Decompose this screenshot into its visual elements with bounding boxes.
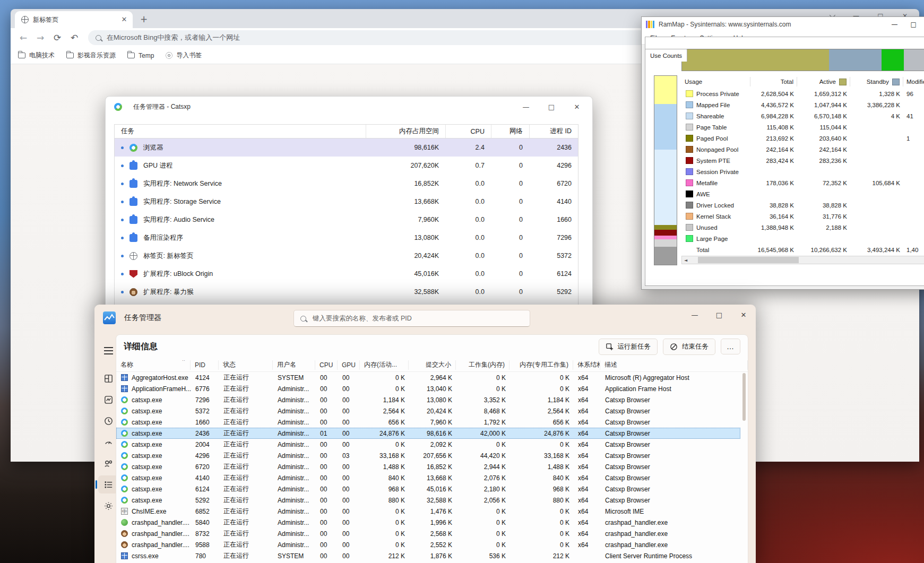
run-new-task-button[interactable]: 运行新任务 bbox=[599, 339, 658, 355]
more-options-button[interactable]: … bbox=[721, 339, 740, 354]
column-header-modified[interactable]: Modified bbox=[903, 77, 924, 86]
minimize-button[interactable]: — bbox=[683, 305, 707, 328]
maximize-button[interactable]: □ bbox=[707, 305, 731, 328]
refresh-icon[interactable]: ⟳ bbox=[50, 30, 65, 45]
task-row[interactable]: 实用程序: Network Service16,852K0.006720 bbox=[115, 175, 578, 193]
browser-tab-new-tab[interactable]: 新标签页 ✕ bbox=[15, 11, 133, 28]
usage-row[interactable]: Kernel Stack36,164 K31,776 K bbox=[681, 211, 924, 222]
task-row[interactable]: 扩展程序: uBlock Origin45,016K0.006124 bbox=[115, 265, 578, 283]
usage-label: Total bbox=[696, 247, 709, 253]
maximize-button[interactable]: □ bbox=[546, 103, 557, 111]
column-header-7[interactable]: 内存(活动... bbox=[360, 360, 409, 370]
scroll-left-icon[interactable]: ◄ bbox=[682, 256, 689, 264]
vertical-scrollbar[interactable] bbox=[741, 372, 747, 563]
process-row[interactable]: catsxp.exe7296正在运行Administr...00001,184 … bbox=[116, 394, 740, 405]
usage-row[interactable]: Mapped File4,436,572 K1,047,944 K3,386,2… bbox=[681, 99, 924, 110]
bookmark-folder-media[interactable]: 影视音乐资源 bbox=[66, 51, 116, 60]
usage-row[interactable]: System PTE283,424 K283,236 K bbox=[681, 155, 924, 166]
usage-label-cell: Mapped File bbox=[681, 101, 750, 108]
column-header-standby[interactable]: Standby bbox=[850, 77, 903, 86]
process-row[interactable]: 中ChsIME.exe6852正在运行Administr...00000 K1,… bbox=[116, 506, 740, 517]
window-controls: — □ ✕ bbox=[520, 103, 583, 111]
column-header-memory[interactable]: 内存占用空间 bbox=[366, 125, 445, 138]
usage-row[interactable]: Page Table115,408 K115,044 K bbox=[681, 122, 924, 133]
tab-use-counts[interactable]: Use Counts bbox=[645, 49, 687, 62]
process-row[interactable]: catsxp.exe4140正在运行Administr...0000840 K1… bbox=[116, 472, 740, 483]
column-header-12[interactable]: 描述 bbox=[600, 360, 748, 370]
column-header-2[interactable]: PID bbox=[191, 360, 219, 370]
rammap-titlebar[interactable]: RamMap - Sysinternals: www.sysinternals.… bbox=[642, 17, 924, 32]
close-button[interactable]: ✕ bbox=[571, 103, 583, 111]
column-header-active[interactable]: Active bbox=[797, 77, 850, 86]
column-header-8[interactable]: 提交大小 bbox=[409, 360, 456, 370]
column-header-9[interactable]: 工作集(内存) bbox=[456, 360, 510, 370]
process-row[interactable]: catsxp.exe2436正在运行Administr...010024,876… bbox=[116, 428, 740, 439]
column-header-usage[interactable]: Usage bbox=[681, 77, 750, 86]
column-header-pid[interactable]: 进程 ID bbox=[529, 125, 578, 138]
process-row[interactable]: AggregatorHost.exe4124正在运行SYSTEM00000 K2… bbox=[116, 372, 740, 383]
tab-close-icon[interactable]: ✕ bbox=[120, 15, 128, 24]
maximize-button[interactable]: □ bbox=[911, 21, 917, 28]
minimize-button[interactable]: — bbox=[520, 103, 532, 111]
process-row[interactable]: catsxp.exe6124正在运行Administr...0000968 K4… bbox=[116, 483, 740, 495]
task-row[interactable]: 实用程序: Storage Service13,668K0.004140 bbox=[115, 193, 578, 211]
usage-row[interactable]: Paged Pool213,692 K203,640 K1 bbox=[681, 133, 924, 144]
column-header-10[interactable]: 内存(专用工作集) bbox=[510, 360, 573, 370]
usage-row[interactable]: Session Private bbox=[681, 166, 924, 177]
forward-icon[interactable]: → bbox=[33, 30, 48, 45]
process-row[interactable]: catsxp.exe4296正在运行Administr...000333,168… bbox=[116, 450, 740, 461]
usage-row[interactable]: Total16,545,968 K10,266,632 K3,493,244 K… bbox=[681, 244, 924, 255]
process-row[interactable]: crashpad_handler....5840正在运行Administr...… bbox=[116, 517, 740, 528]
process-row[interactable]: crashpad_handler....8732正在运行Administr...… bbox=[116, 528, 740, 539]
usage-row[interactable]: Shareable6,984,228 K6,570,148 K4 K41 bbox=[681, 110, 924, 122]
bookmark-import[interactable]: 导入书签 bbox=[166, 51, 202, 60]
process-row[interactable]: catsxp.exe5372正在运行Administr...00002,564 … bbox=[116, 405, 740, 417]
usage-row[interactable]: AWE bbox=[681, 188, 924, 200]
usage-row[interactable]: Driver Locked38,828 K38,828 K bbox=[681, 200, 924, 211]
column-header-6[interactable]: GPU bbox=[338, 360, 360, 370]
task-row[interactable]: 扩展程序: 暴力猴32,588K0.005292 bbox=[115, 283, 578, 301]
taskmgr-titlebar[interactable]: 任务管理器 键入要搜索的名称、发布者或 PID — □ ✕ bbox=[94, 305, 756, 331]
column-header-total[interactable]: Total bbox=[750, 77, 797, 86]
column-header-3[interactable]: 状态 bbox=[219, 360, 273, 370]
gpu-cell: 00 bbox=[338, 430, 360, 437]
process-row[interactable]: catsxp.exe6720正在运行Administr...00001,488 … bbox=[116, 461, 740, 472]
scrollbar-thumb[interactable] bbox=[698, 257, 799, 263]
end-task-button[interactable]: 结束任务 bbox=[663, 339, 715, 355]
usage-row[interactable]: Large Page bbox=[681, 233, 924, 244]
process-row[interactable]: ApplicationFrameH...6776正在运行Administr...… bbox=[116, 383, 740, 394]
session-restore-icon[interactable]: ↶ bbox=[67, 30, 82, 45]
column-header-4[interactable]: 用户名 bbox=[273, 360, 315, 370]
process-row[interactable]: csrss.exe780正在运行SYSTEM0000212 K1,876 K53… bbox=[116, 550, 740, 561]
usage-row[interactable]: Nonpaged Pool242,164 K242,164 K bbox=[681, 144, 924, 155]
column-header-cpu[interactable]: CPU bbox=[445, 125, 491, 138]
task-row[interactable]: 浏览器98,616K2.402436 bbox=[115, 138, 578, 157]
task-row[interactable]: GPU 进程207,620K0.704296 bbox=[115, 157, 578, 175]
column-header-task[interactable]: 任务 bbox=[115, 125, 366, 138]
column-header-network[interactable]: 网络 bbox=[491, 125, 529, 138]
bookmark-folder-temp[interactable]: Temp bbox=[127, 52, 154, 59]
back-icon[interactable]: ← bbox=[16, 30, 31, 45]
usage-row[interactable]: Metafile178,036 K72,352 K105,684 K bbox=[681, 177, 924, 188]
column-header-11[interactable]: 体系结构 bbox=[573, 360, 600, 370]
column-header-1[interactable]: 名称^ bbox=[116, 360, 191, 370]
horizontal-scrollbar[interactable]: ◄ ► bbox=[681, 256, 924, 264]
close-button[interactable]: ✕ bbox=[731, 305, 756, 328]
minimize-button[interactable]: — bbox=[892, 21, 898, 28]
bookmark-folder-computer-tech[interactable]: 电脑技术 bbox=[18, 51, 55, 60]
column-header-5[interactable]: CPU bbox=[315, 360, 338, 370]
usage-row[interactable]: Process Private2,628,504 K1,659,312 K1,3… bbox=[681, 88, 924, 99]
process-row[interactable]: catsxp.exe2004正在运行Administr...00000 K2,0… bbox=[116, 439, 740, 450]
search-input[interactable]: 键入要搜索的名称、发布者或 PID bbox=[293, 310, 530, 327]
process-row[interactable]: catsxp.exe5292正在运行Administr...0000880 K3… bbox=[116, 495, 740, 506]
task-row[interactable]: 备用渲染程序13,080K0.007296 bbox=[115, 229, 578, 247]
scrollbar-thumb[interactable] bbox=[742, 373, 746, 421]
task-row[interactable]: 标签页: 新标签页20,424K0.005372 bbox=[115, 247, 578, 265]
usage-row[interactable]: Unused1,388,948 K2,188 K bbox=[681, 222, 924, 233]
process-row[interactable]: crashpad_handler....9588正在运行Administr...… bbox=[116, 539, 740, 550]
catsxp-tm-titlebar[interactable]: 任务管理器 - Catsxp — □ ✕ bbox=[106, 97, 592, 117]
description-cell: Catsxp Browser bbox=[601, 408, 740, 415]
new-tab-button[interactable]: + bbox=[137, 13, 151, 27]
process-row[interactable]: catsxp.exe1660正在运行Administr...0000656 K7… bbox=[116, 417, 740, 428]
task-row[interactable]: 实用程序: Audio Service7,960K0.001660 bbox=[115, 211, 578, 229]
